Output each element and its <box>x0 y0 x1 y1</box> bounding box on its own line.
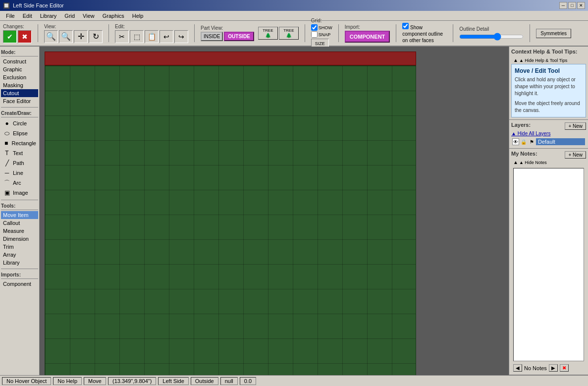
outside-button[interactable]: OUTSIDE <box>224 32 254 41</box>
text-label: Text <box>13 150 23 156</box>
notes-delete-button[interactable]: ✖ <box>560 364 569 372</box>
draw-arc[interactable]: ⌒ Arc <box>1 178 38 188</box>
rectangle-label: Rectangle <box>11 140 36 146</box>
menu-graphics[interactable]: Graphics <box>99 12 128 20</box>
import-label: Import: <box>345 24 360 30</box>
mode-exclusion[interactable]: Exclusion <box>1 73 38 81</box>
minimize-button[interactable]: ─ <box>559 2 567 9</box>
grid-show-label[interactable]: SHOW <box>311 24 332 31</box>
new-note-button[interactable]: + New <box>565 151 586 159</box>
titlebar-controls: ─ □ ✕ <box>559 2 585 9</box>
undo-button[interactable]: ↩ <box>160 30 173 43</box>
pan-button[interactable]: ✛ <box>74 30 88 43</box>
layer-eye-icon[interactable]: 👁 <box>512 138 519 145</box>
rectangle-icon: ■ <box>3 139 9 147</box>
menu-file[interactable]: File <box>2 12 19 20</box>
grid-group: Grid: SHOW SNAP SIZE <box>311 18 332 49</box>
maximize-button[interactable]: □ <box>568 2 576 9</box>
move-item-label: Move Item <box>3 212 28 218</box>
line-label: Line <box>13 170 23 176</box>
hover-object-status: No Hover Object <box>2 377 51 385</box>
main-layout: Mode: Construct Graphic Exclusion Maskin… <box>0 47 588 375</box>
draw-elipse[interactable]: ⬭ Elipse <box>1 128 38 138</box>
component-button[interactable]: COMPONENT <box>345 31 390 43</box>
tool-dimension[interactable]: Dimension <box>1 235 38 243</box>
draw-text[interactable]: T Text <box>1 148 38 158</box>
show-outline-checkbox[interactable] <box>402 23 409 29</box>
grid-snap-label[interactable]: SNAP <box>311 31 332 38</box>
confirm-button[interactable]: ✔ <box>3 30 17 43</box>
mode-construct[interactable]: Construct <box>1 57 38 65</box>
tool-array[interactable]: Array <box>1 251 38 259</box>
tool-measure[interactable]: Measure <box>1 227 38 235</box>
draw-line[interactable]: ─ Line <box>1 168 38 178</box>
masking-label: Masking <box>3 82 23 88</box>
new-layer-button[interactable]: + New <box>565 122 586 130</box>
cutout-label: Cutout <box>3 90 19 96</box>
help-status: No Help <box>53 377 82 385</box>
sidebar-divider-3 <box>1 269 38 269</box>
tool-library[interactable]: Library <box>1 259 38 267</box>
layer-default-name[interactable]: Default <box>536 138 585 145</box>
close-button[interactable]: ✕ <box>577 2 585 9</box>
context-help-header: Context Help & Tool Tips: <box>511 49 586 56</box>
zoom-in-button[interactable]: 🔍 <box>59 30 73 43</box>
menu-edit[interactable]: Edit <box>19 12 36 20</box>
library-label: Library <box>3 260 20 266</box>
statusbar: No Hover Object No Help Move (13.349",9.… <box>0 375 588 386</box>
notes-content-area[interactable] <box>513 168 584 361</box>
zoom-out-button[interactable]: 🔍 <box>44 30 58 43</box>
elipse-icon: ⬭ <box>3 129 11 137</box>
notes-header: My Notes: + New <box>511 151 586 159</box>
draw-rectangle[interactable]: ■ Rectangle <box>1 138 38 148</box>
changes-label: Changes: <box>3 24 24 29</box>
refresh-button[interactable]: ↻ <box>89 30 103 43</box>
menu-library[interactable]: Library <box>36 12 61 20</box>
redo-button[interactable]: ↪ <box>174 30 188 43</box>
mode-cutout[interactable]: Cutout <box>1 89 38 97</box>
tree-btn-2[interactable]: TREE 🌲 <box>279 27 299 40</box>
paste-button[interactable]: 📋 <box>145 30 159 43</box>
draw-circle[interactable]: ● Circle <box>1 118 38 128</box>
canvas-area[interactable]: ↙ <box>40 47 509 375</box>
circle-label: Circle <box>13 120 27 126</box>
hide-notes-label: ▲ Hide Notes <box>519 160 547 165</box>
cancel-button[interactable]: ✖ <box>18 30 32 43</box>
tree-btn-1[interactable]: TREE 🌲 <box>258 27 278 40</box>
tool-desc1: Click and hold any object or shape withi… <box>515 76 583 97</box>
hide-all-layers-button[interactable]: ▲ Hide All Layers <box>511 130 586 137</box>
menu-grid[interactable]: Grid <box>60 12 79 20</box>
tool-callout[interactable]: Callout <box>1 219 38 227</box>
text-draw-icon: T <box>3 149 11 157</box>
view-label: View: <box>44 24 56 29</box>
outline-detail-label: Outline Detail <box>459 26 489 32</box>
copy-button[interactable]: ⬚ <box>130 30 144 43</box>
import-component[interactable]: Component <box>1 280 38 288</box>
show-outline-label[interactable]: Show component outline on other faces <box>402 23 447 44</box>
hide-help-label: ▲ Hide Help & Tool Tips <box>519 58 567 63</box>
menu-view[interactable]: View <box>79 12 99 20</box>
tool-move-item[interactable]: Move Item <box>1 211 38 219</box>
notes-prev-button[interactable]: ◀ <box>513 364 522 372</box>
canvas-grid[interactable]: ↙ <box>45 65 416 375</box>
symmetries-button[interactable]: Symmetries <box>536 29 571 38</box>
outline-detail-group: Outline Detail <box>459 26 524 41</box>
draw-path[interactable]: ╱ Path <box>1 158 38 168</box>
tool-trim[interactable]: Trim <box>1 243 38 251</box>
mode-graphic[interactable]: Graphic <box>1 65 38 73</box>
cut-button[interactable]: ✂ <box>115 30 129 43</box>
sep7 <box>453 24 453 42</box>
inside-button[interactable]: INSIDE <box>201 32 223 41</box>
draw-image[interactable]: ▣ Image <box>1 188 38 198</box>
notes-next-button[interactable]: ▶ <box>549 364 558 372</box>
grid-show-checkbox[interactable] <box>311 24 318 31</box>
sep2 <box>108 24 109 42</box>
grid-snap-checkbox[interactable] <box>311 31 318 38</box>
callout-label: Callout <box>3 220 20 226</box>
hide-help-button[interactable]: ▲ ▲ Hide Help & Tool Tips <box>511 56 569 64</box>
outline-detail-slider[interactable] <box>459 33 524 41</box>
menu-help[interactable]: Help <box>128 12 148 20</box>
mode-face-editor[interactable]: Face Editor <box>1 97 38 105</box>
hide-notes-button[interactable]: ▲ ▲ Hide Notes <box>511 159 586 166</box>
mode-masking[interactable]: Masking <box>1 81 38 89</box>
